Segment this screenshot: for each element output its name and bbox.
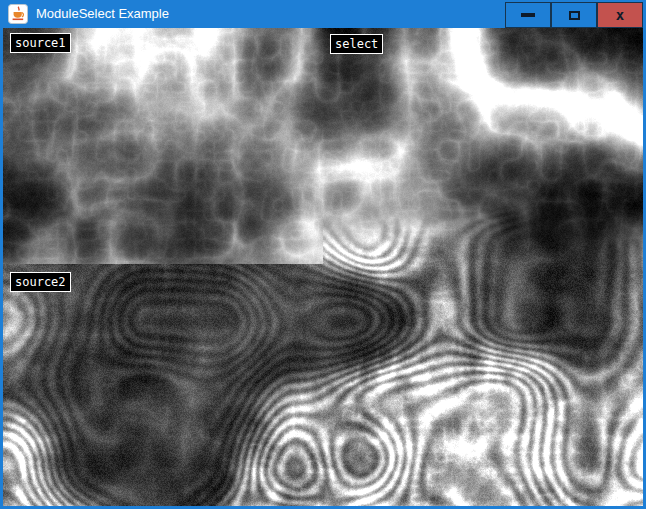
source2-label: source2 (10, 272, 71, 292)
app-window: ModuleSelect Example x source1 select so… (0, 0, 646, 509)
select-label: select (330, 34, 383, 54)
maximize-square-icon (569, 11, 580, 20)
close-button[interactable]: x (597, 2, 643, 28)
java-coffee-cup-icon (8, 4, 28, 24)
window-title: ModuleSelect Example (36, 0, 169, 28)
minimize-button[interactable] (505, 2, 551, 28)
close-x-icon: x (616, 8, 624, 22)
maximize-button[interactable] (551, 2, 597, 28)
titlebar[interactable]: ModuleSelect Example x (0, 0, 646, 28)
render-area: source1 select source2 (3, 28, 643, 506)
source1-label: source1 (10, 33, 71, 53)
source2-noise-image (3, 264, 323, 500)
source1-noise-image (3, 28, 323, 264)
minimize-bar-icon (521, 13, 535, 17)
